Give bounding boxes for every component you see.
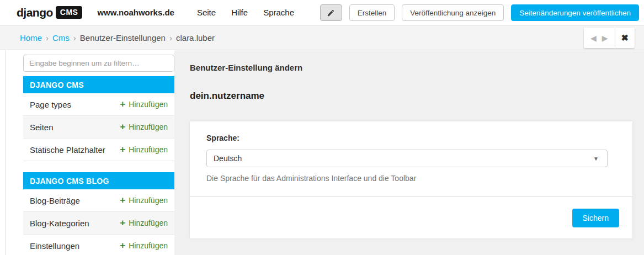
sidebar-section-django-cms-blog: DJANGO CMS BLOG Blog-Beiträge +Hinzufüge… <box>23 172 174 255</box>
sidebar-item-label: Seiten <box>30 123 54 132</box>
screen: django CMS www.noahworks.de Seite Hilfe … <box>0 0 644 255</box>
menu-seite[interactable]: Seite <box>189 4 223 20</box>
sidebar-item-blog-beitraege[interactable]: Blog-Beiträge +Hinzufügen <box>23 189 174 212</box>
pencil-icon <box>327 9 335 17</box>
add-label: Hinzufügen <box>129 123 168 131</box>
prev-arrow-icon[interactable]: ◀ <box>590 34 597 42</box>
breadcrumb-benutzer-einstellungen: Benutzer-Einstellungen <box>80 33 166 42</box>
add-blog-beitraege-link[interactable]: +Hinzufügen <box>120 196 168 205</box>
menu-hilfe[interactable]: Hilfe <box>223 4 256 20</box>
add-label: Hinzufügen <box>129 219 168 227</box>
breadcrumb-cms[interactable]: Cms <box>52 33 70 42</box>
breadcrumb: Home›Cms›Benutzer-Einstellungen›clara.lu… <box>20 33 215 42</box>
logo-text: django <box>17 6 53 19</box>
content-area: DJANGO CMS Page types +Hinzufügen Seiten… <box>0 50 644 255</box>
sidebar-item-page-types[interactable]: Page types +Hinzufügen <box>23 93 174 116</box>
sidebar-item-statische-platzhalter[interactable]: Statische Platzhalter +Hinzufügen <box>23 139 174 161</box>
sidebar-item-label: Page types <box>30 100 71 109</box>
plus-icon: + <box>120 122 125 131</box>
page-title: Benutzer-Einstellung ändern <box>190 63 644 72</box>
breadcrumb-bar: Home›Cms›Benutzer-Einstellungen›clara.lu… <box>0 25 644 50</box>
sidebar-item-label: Blog-Kategorien <box>30 219 89 228</box>
save-button[interactable]: Sichern <box>572 209 619 227</box>
create-button[interactable]: Erstellen <box>349 4 395 21</box>
breadcrumb-current-user: clara.luber <box>176 33 215 42</box>
publish-changes-button[interactable]: Seitenänderungen veröffentlichen <box>511 4 639 21</box>
add-einstellungen-link[interactable]: +Hinzufügen <box>120 241 168 251</box>
add-blog-kategorien-link[interactable]: +Hinzufügen <box>120 219 168 228</box>
sidebar-section-django-cms: DJANGO CMS Page types +Hinzufügen Seiten… <box>23 76 174 161</box>
plus-icon: + <box>120 195 125 205</box>
plus-icon: + <box>120 218 125 227</box>
add-label: Hinzufügen <box>129 196 168 205</box>
add-statische-platzhalter-link[interactable]: +Hinzufügen <box>120 145 168 155</box>
sidebar-item-label: Blog-Beiträge <box>30 196 80 205</box>
edit-mode-button[interactable] <box>320 4 342 21</box>
breadcrumb-separator: › <box>73 33 76 42</box>
main-pane: Benutzer-Einstellung ändern dein.nutzern… <box>174 50 644 255</box>
breadcrumb-home[interactable]: Home <box>20 33 42 42</box>
close-icon[interactable]: ✖ <box>615 28 635 48</box>
next-arrow-icon[interactable]: ▶ <box>602 34 608 42</box>
plus-icon: + <box>120 145 125 154</box>
plus-icon: + <box>120 99 125 109</box>
sidebar-item-seiten[interactable]: Seiten +Hinzufügen <box>23 116 174 139</box>
add-label: Hinzufügen <box>129 145 168 154</box>
top-toolbar: django CMS www.noahworks.de Seite Hilfe … <box>0 0 644 25</box>
add-seiten-link[interactable]: +Hinzufügen <box>120 123 168 132</box>
django-cms-logo[interactable]: django CMS <box>17 6 82 19</box>
form-body: Sprache: Deutsch ▼ Die Sprache für das A… <box>190 121 632 196</box>
toolbar-menu: Seite Hilfe Sprache <box>189 4 302 20</box>
admin-sidebar: DJANGO CMS Page types +Hinzufügen Seiten… <box>23 55 174 255</box>
sidebar-item-label: Einstellungen <box>30 241 79 251</box>
section-header: DJANGO CMS BLOG <box>23 172 174 189</box>
section-header: DJANGO CMS <box>23 76 174 93</box>
plus-icon: + <box>120 241 125 250</box>
form-footer: Sichern <box>190 196 632 238</box>
filter-input[interactable] <box>23 55 174 72</box>
chevron-down-icon: ▼ <box>593 156 599 162</box>
add-label: Hinzufügen <box>129 241 168 250</box>
frame-left-rule <box>6 50 6 255</box>
language-help-text: Die Sprache für das Administrations Inte… <box>206 174 616 183</box>
settings-form-card: Sprache: Deutsch ▼ Die Sprache für das A… <box>190 121 632 238</box>
cms-badge: CMS <box>56 6 83 19</box>
menu-sprache[interactable]: Sprache <box>256 4 302 20</box>
username-heading: dein.nutzername <box>190 91 644 102</box>
pager-arrows: ◀ ▶ <box>584 28 615 48</box>
add-label: Hinzufügen <box>129 100 168 109</box>
view-published-button[interactable]: Veröffentlichung anzeigen <box>402 4 504 21</box>
site-name-menu[interactable]: www.noahworks.de <box>97 8 174 17</box>
add-page-types-link[interactable]: +Hinzufügen <box>120 100 168 109</box>
language-label: Sprache: <box>206 134 616 142</box>
toolbar-actions: Erstellen Veröffentlichung anzeigen Seit… <box>320 4 639 21</box>
sidebar-item-einstellungen[interactable]: Einstellungen +Hinzufügen <box>23 235 174 255</box>
breadcrumb-separator: › <box>169 33 172 42</box>
breadcrumb-separator: › <box>46 33 49 42</box>
sidebar-item-blog-kategorien[interactable]: Blog-Kategorien +Hinzufügen <box>23 212 174 235</box>
modal-pager: ◀ ▶ ✖ <box>584 28 635 48</box>
language-select[interactable]: Deutsch ▼ <box>206 150 608 167</box>
sidebar-item-label: Statische Platzhalter <box>30 145 105 155</box>
language-select-value: Deutsch <box>207 150 607 167</box>
